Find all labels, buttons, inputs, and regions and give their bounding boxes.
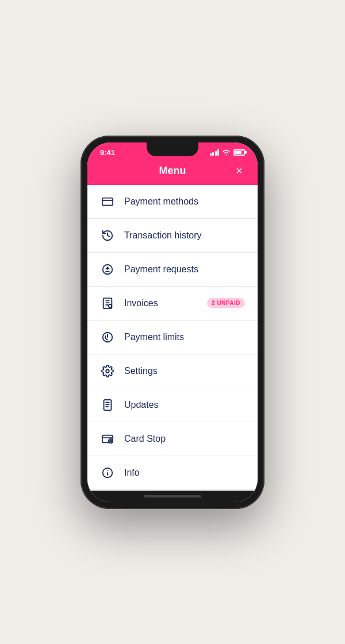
updates-icon — [100, 398, 115, 412]
limits-icon — [100, 330, 115, 345]
app-header: Menu × — [87, 160, 258, 185]
phone-frame: 9:41 Menu × — [80, 136, 264, 509]
invoices-badge: 2 UNPAID — [207, 298, 245, 308]
history-icon — [100, 228, 115, 243]
settings-icon — [100, 364, 115, 379]
menu-item-payment-methods[interactable]: Payment methods — [87, 185, 258, 219]
card-icon — [100, 194, 115, 209]
menu-label-settings: Settings — [124, 366, 245, 376]
home-indicator — [87, 491, 258, 502]
menu-label-payment-requests: Payment requests — [124, 264, 245, 275]
menu-label-updates: Updates — [124, 400, 245, 410]
phone-inner: 9:41 Menu × — [87, 142, 258, 502]
menu-item-payment-requests[interactable]: Payment requests — [87, 253, 258, 287]
close-button[interactable]: × — [231, 163, 247, 179]
header-title: Menu — [159, 165, 186, 177]
menu-label-invoices: Invoices — [124, 298, 207, 308]
status-icons — [210, 149, 246, 156]
status-time: 9:41 — [100, 148, 115, 157]
info-icon — [100, 465, 115, 480]
svg-point-5 — [106, 369, 109, 373]
menu-item-info[interactable]: Info — [87, 456, 258, 490]
menu-item-transaction-history[interactable]: Transaction history — [87, 219, 258, 253]
menu-item-settings[interactable]: Settings — [87, 354, 258, 388]
notch — [147, 142, 198, 156]
menu-item-invoices[interactable]: Invoices 2 UNPAID — [87, 287, 258, 321]
menu-item-card-stop[interactable]: Card Stop — [87, 422, 258, 456]
menu-item-updates[interactable]: Updates — [87, 388, 258, 422]
signal-icon — [210, 149, 220, 156]
request-icon — [100, 262, 115, 277]
menu-label-info: Info — [124, 468, 245, 478]
home-bar — [144, 495, 201, 498]
wifi-icon — [222, 149, 231, 156]
menu-list: Payment methods Transaction history — [87, 185, 258, 491]
svg-rect-0 — [102, 198, 113, 205]
cardstop-icon — [100, 431, 115, 446]
menu-label-card-stop: Card Stop — [124, 434, 245, 444]
svg-point-3 — [109, 304, 112, 307]
menu-item-payment-limits[interactable]: Payment limits — [87, 321, 258, 354]
battery-icon — [233, 149, 245, 156]
menu-label-transaction-history: Transaction history — [124, 230, 245, 241]
menu-label-payment-methods: Payment methods — [124, 196, 245, 207]
menu-label-payment-limits: Payment limits — [124, 332, 245, 342]
menu-item-help-contact[interactable]: Help & contact — [87, 490, 258, 491]
invoice-icon — [100, 296, 115, 311]
